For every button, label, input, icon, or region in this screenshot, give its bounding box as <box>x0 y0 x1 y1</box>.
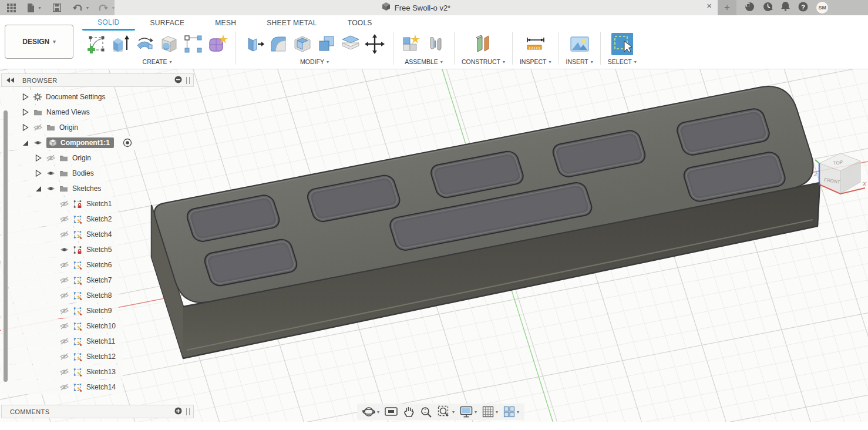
move-copy-icon[interactable] <box>364 33 386 55</box>
joint-icon[interactable] <box>425 33 447 55</box>
revolve-icon[interactable] <box>134 33 156 55</box>
view-cube[interactable]: TOP FRONT X Z <box>813 146 868 202</box>
visibility-eye-icon[interactable] <box>33 139 42 146</box>
browser-row-sketch6[interactable]: Sketch6 <box>1 258 119 272</box>
fillet-icon[interactable] <box>267 33 290 55</box>
activate-component-radio[interactable] <box>123 138 132 147</box>
hide-panel-icon[interactable] <box>174 76 182 85</box>
collapse-arrow-icon[interactable] <box>35 185 42 192</box>
orbit-menu-caret[interactable]: ▾ <box>377 409 379 415</box>
zoom-icon[interactable]: +− <box>420 406 432 418</box>
file-icon[interactable] <box>27 4 35 12</box>
browser-row-sketch9[interactable]: Sketch9 <box>1 304 119 318</box>
visibility-eye-off-icon[interactable] <box>60 216 69 223</box>
app-grid-icon[interactable] <box>7 4 16 12</box>
group-label-construct[interactable]: CONSTRUCT▾ <box>462 58 505 65</box>
visibility-eye-off-icon[interactable] <box>60 200 69 207</box>
shell-icon[interactable] <box>291 33 314 55</box>
ribbon-tab-mesh[interactable]: MESH <box>200 15 251 31</box>
offset-face-icon[interactable] <box>339 33 362 55</box>
close-tab-icon[interactable]: × <box>706 1 712 11</box>
browser-row-sketch7[interactable]: Sketch7 <box>1 273 119 287</box>
ribbon-tab-tools[interactable]: TOOLS <box>332 15 388 31</box>
visibility-eye-off-icon[interactable] <box>60 277 69 284</box>
panel-resize-handle[interactable] <box>186 408 190 415</box>
undo-icon[interactable] <box>73 4 82 12</box>
browser-row-sketch14[interactable]: Sketch14 <box>1 380 123 394</box>
group-label-modify[interactable]: MODIFY▾ <box>300 58 329 65</box>
workspace-switcher[interactable]: DESIGN ▾ <box>5 25 73 59</box>
visibility-eye-off-icon[interactable] <box>60 322 69 330</box>
redo-icon[interactable] <box>99 4 108 12</box>
browser-row-named-views[interactable]: Named Views <box>1 105 97 119</box>
browser-row-component1-1[interactable]: Component1:1 <box>1 136 139 150</box>
press-pull-icon[interactable] <box>243 33 265 55</box>
orbit-icon[interactable] <box>362 405 375 418</box>
new-component-icon[interactable] <box>401 33 423 55</box>
rectangular-pattern-icon[interactable] <box>182 33 204 55</box>
notifications-bell-icon[interactable] <box>781 2 790 14</box>
browser-row-sketch5[interactable]: Sketch5 <box>1 243 119 257</box>
browser-row-sketch10[interactable]: Sketch10 <box>1 319 123 333</box>
browser-row-sketch13[interactable]: Sketch13 <box>1 365 123 379</box>
browser-row-origin[interactable]: Origin <box>1 151 98 165</box>
insert-image-icon[interactable] <box>568 33 591 55</box>
browser-row-origin[interactable]: Origin <box>1 120 85 135</box>
browser-row-sketches[interactable]: Sketches <box>1 182 108 196</box>
visibility-eye-off-icon[interactable] <box>60 338 69 345</box>
browser-panel-header[interactable]: BROWSER <box>1 73 194 87</box>
expand-arrow-icon[interactable] <box>22 109 29 116</box>
visibility-eye-off-icon[interactable] <box>60 384 69 391</box>
new-tab-button[interactable]: + <box>718 0 736 15</box>
extensions-icon[interactable] <box>745 2 755 14</box>
visibility-eye-off-icon[interactable] <box>33 124 42 131</box>
selected-item-chip[interactable]: Component1:1 <box>46 137 114 148</box>
group-label-create[interactable]: CREATE▾ <box>143 58 172 65</box>
create-sketch-icon[interactable] <box>86 33 108 55</box>
visibility-eye-off-icon[interactable] <box>60 307 69 314</box>
visibility-eye-off-icon[interactable] <box>60 261 69 268</box>
expand-arrow-icon[interactable] <box>22 93 29 100</box>
grid-and-snaps-icon[interactable] <box>482 406 494 418</box>
group-label-assemble[interactable]: ASSEMBLE▾ <box>405 58 443 65</box>
browser-row-sketch11[interactable]: Sketch11 <box>1 334 122 348</box>
browser-row-sketch2[interactable]: Sketch2 <box>1 212 119 226</box>
fit-icon[interactable] <box>438 405 450 418</box>
visibility-eye-off-icon[interactable] <box>60 368 69 375</box>
fit-menu-caret[interactable]: ▾ <box>452 409 455 415</box>
visibility-eye-icon[interactable] <box>60 246 69 253</box>
pan-icon[interactable] <box>403 406 415 418</box>
add-comment-icon[interactable] <box>174 407 182 416</box>
browser-row-sketch1[interactable]: Sketch1 <box>1 197 119 211</box>
viewports-menu-caret[interactable]: ▾ <box>517 409 519 415</box>
comments-panel-header[interactable]: COMMENTS <box>1 405 194 418</box>
save-icon[interactable] <box>53 4 61 12</box>
expand-arrow-icon[interactable] <box>35 154 42 162</box>
undo-menu-caret[interactable]: ▾ <box>86 5 89 11</box>
expand-arrow-icon[interactable] <box>22 124 29 131</box>
construct-plane-icon[interactable] <box>472 33 494 55</box>
display-settings-icon[interactable] <box>460 406 473 418</box>
browser-row-bodies[interactable]: Bodies <box>1 166 101 180</box>
display-settings-menu-caret[interactable]: ▾ <box>475 409 477 415</box>
browser-row-sketch12[interactable]: Sketch12 <box>1 350 123 364</box>
file-menu-caret[interactable]: ▾ <box>39 5 41 11</box>
help-icon[interactable]: ? <box>798 2 808 14</box>
extrude-icon[interactable] <box>110 33 132 55</box>
visibility-eye-off-icon[interactable] <box>60 353 69 360</box>
visibility-eye-off-icon[interactable] <box>60 292 69 299</box>
browser-row-sketch4[interactable]: Sketch4 <box>1 227 119 241</box>
browser-row-sketch8[interactable]: Sketch8 <box>1 288 119 303</box>
ribbon-tab-solid[interactable]: SOLID <box>82 15 135 31</box>
group-label-select[interactable]: SELECT▾ <box>608 58 637 65</box>
collapse-panel-icon[interactable] <box>6 77 14 84</box>
look-at-icon[interactable] <box>385 407 398 417</box>
panel-resize-handle[interactable] <box>186 77 190 84</box>
select-icon[interactable] <box>611 33 633 55</box>
visibility-eye-off-icon[interactable] <box>46 154 55 162</box>
hole-icon[interactable] <box>158 33 180 55</box>
create-form-icon[interactable] <box>206 33 228 55</box>
avatar[interactable]: SM <box>816 2 828 14</box>
combine-icon[interactable] <box>315 33 338 55</box>
visibility-eye-icon[interactable] <box>46 170 55 177</box>
